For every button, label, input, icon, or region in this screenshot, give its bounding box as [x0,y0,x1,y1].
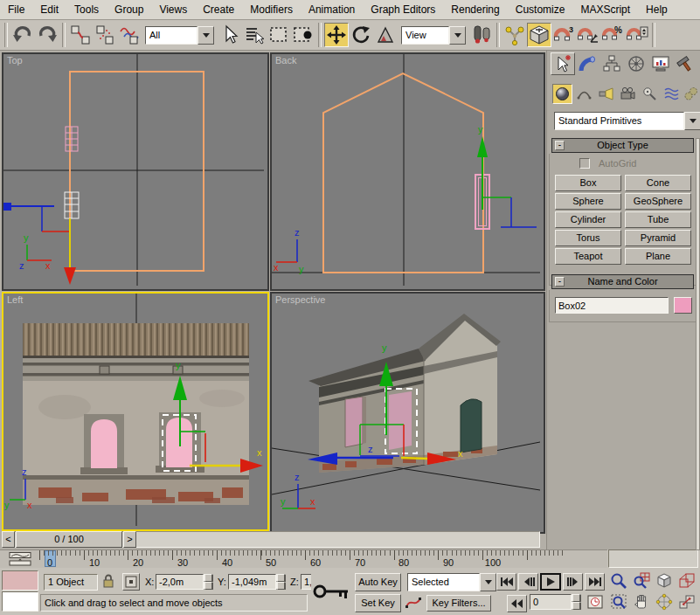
mini-curve-editor-button[interactable] [6,551,34,567]
zoom-extents-button[interactable] [654,571,674,591]
maxscript-listener-input[interactable] [2,591,38,612]
create-tube-button[interactable]: Tube [625,211,691,228]
object-name-field[interactable] [555,297,669,314]
menu-animation[interactable]: Animation [301,1,363,19]
viewport-top-label[interactable]: Top [7,55,23,66]
menu-group[interactable]: Group [107,1,151,19]
play-button[interactable] [540,573,561,591]
category-lights[interactable] [596,84,616,104]
create-geosphere-button[interactable]: GeoSphere [625,193,691,210]
create-torus-button[interactable]: Torus [555,230,621,246]
create-teapot-button[interactable]: Teapot [555,248,621,265]
spinner-snap-button[interactable] [625,23,649,47]
autogrid-checkbox[interactable] [579,158,590,169]
tab-utilities[interactable] [673,52,697,75]
default-in-out-tangent-button[interactable] [404,594,423,612]
menu-edit[interactable]: Edit [32,1,66,19]
go-to-start-button[interactable] [496,573,516,591]
window-object-2-3d[interactable] [389,391,412,450]
menu-create[interactable]: Create [195,1,242,19]
collapse-icon[interactable]: - [555,277,565,287]
x-coordinate-spinner[interactable] [204,574,213,590]
object-color-swatch[interactable] [674,297,692,314]
next-frame-button[interactable] [563,573,583,591]
window-box-selected-top[interactable] [66,127,78,151]
category-helpers[interactable] [640,84,660,104]
redo-button[interactable] [35,23,59,47]
house-model[interactable] [308,314,501,473]
set-keys-button[interactable] [311,571,353,612]
category-systems[interactable] [681,84,700,104]
maximize-viewport-toggle-button[interactable] [676,592,697,612]
zoom-region-button[interactable] [608,592,628,612]
snap-toggle-button[interactable] [527,23,551,47]
selection-filter-arrow[interactable] [198,26,214,45]
maxscript-listener-output[interactable] [2,570,38,591]
time-slider-prev-button[interactable]: < [2,531,15,548]
create-pyramid-button[interactable]: Pyramid [625,230,691,246]
create-plane-button[interactable]: Plane [625,248,691,265]
viewport-perspective-label[interactable]: Perspective [275,294,325,305]
object-type-rollout-header[interactable]: - Object Type [551,138,694,153]
time-configuration-button[interactable] [586,593,605,611]
menu-views[interactable]: Views [151,1,195,19]
use-pivot-center-button[interactable] [469,23,494,47]
menu-customize[interactable]: Customize [508,1,573,19]
window-crossing-button[interactable] [291,23,315,47]
absolute-offset-mode-button[interactable] [122,573,140,591]
viewport-perspective[interactable]: Perspective [270,292,545,534]
menu-tools[interactable]: Tools [66,1,107,19]
category-cameras[interactable] [618,84,638,104]
name-color-rollout-header[interactable]: - Name and Color [551,274,694,289]
tab-modify[interactable] [575,52,600,75]
bind-to-space-warp-button[interactable] [117,23,142,47]
pan-button[interactable] [631,592,651,612]
zoom-extents-all-button[interactable] [676,571,697,591]
selection-filter-dropdown[interactable]: All [145,26,214,45]
tab-display[interactable] [648,52,673,75]
primitive-category-arrow[interactable] [684,112,700,130]
viewport-top[interactable]: Top y z x [2,52,269,291]
select-and-move-button[interactable] [324,23,349,47]
time-slider-next-button[interactable]: > [123,531,136,548]
snaps-3d-button[interactable]: 3 [551,23,576,47]
category-geometry[interactable] [552,84,572,104]
create-cylinder-button[interactable]: Cylinder [555,211,621,228]
menu-file[interactable]: File [0,1,32,19]
selection-region-button[interactable] [267,23,291,47]
previous-frame-button[interactable] [518,573,538,591]
tab-create[interactable] [551,52,575,75]
arc-rotate-button[interactable] [654,592,674,612]
tab-hierarchy[interactable] [600,52,624,75]
go-to-end-button[interactable] [585,573,605,591]
reference-coordinate-dropdown[interactable]: View [401,26,466,45]
menu-rendering[interactable]: Rendering [443,1,507,19]
create-box-button[interactable]: Box [555,175,621,191]
menu-help[interactable]: Help [638,1,676,19]
category-space-warps[interactable] [662,84,682,104]
select-and-scale-button[interactable] [373,23,398,47]
set-key-button[interactable]: Set Key [355,594,401,612]
door-object[interactable] [461,399,482,453]
window-object-1[interactable] [91,419,117,468]
viewport-left-label[interactable]: Left [7,294,23,305]
collapse-icon[interactable]: - [555,141,565,150]
auto-key-button[interactable]: Auto Key [355,573,401,591]
y-coordinate-field[interactable] [228,574,276,590]
time-slider-value[interactable]: 0 / 100 [16,531,122,548]
zoom-all-button[interactable] [631,571,651,591]
panel-scrollbar[interactable] [696,138,700,550]
key-filters-button[interactable]: Key Filters... [426,595,491,612]
menu-modifiers[interactable]: Modifiers [242,1,301,19]
menu-maxscript[interactable]: MAXScript [572,1,638,19]
track-bar[interactable]: 0 10 20 30 40 50 60 70 80 90 100 [0,549,607,570]
select-by-name-button[interactable] [242,23,267,47]
window-box-white-top[interactable] [65,192,79,218]
create-sphere-button[interactable]: Sphere [555,193,621,210]
create-cone-button[interactable]: Cone [625,175,691,191]
menu-graph-editors[interactable]: Graph Editors [363,1,443,19]
select-and-manipulate-button[interactable] [502,23,527,47]
selection-lock-toggle[interactable] [101,573,115,592]
tab-motion[interactable] [624,52,648,75]
coordinate-system-arrow[interactable] [449,26,466,45]
